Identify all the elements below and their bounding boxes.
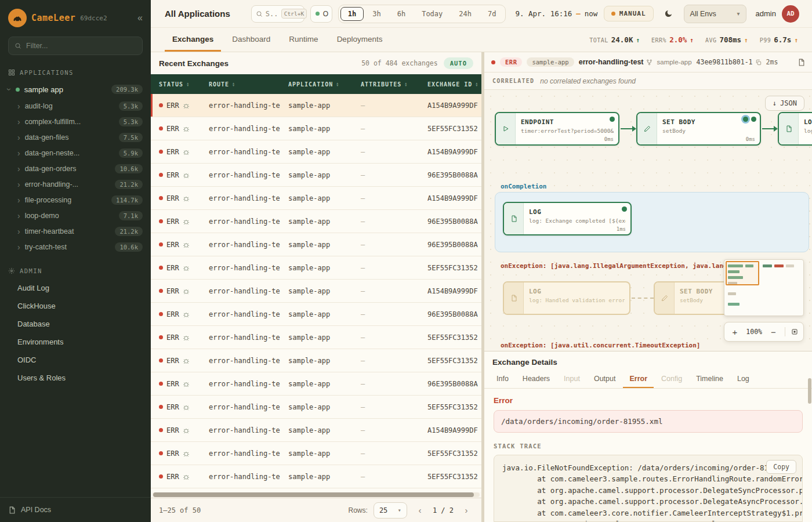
admin-item-clickhouse[interactable]: ClickHouse (0, 297, 151, 315)
column-header-exchange-id[interactable]: EXCHANGE ID▲▼ (419, 74, 481, 94)
admin-item-users-roles[interactable]: Users & Roles (0, 369, 151, 387)
detail-tab-error[interactable]: Error (623, 371, 654, 388)
column-header-route[interactable]: ROUTE▲▼ (201, 74, 280, 94)
flow-node-completion-log[interactable]: LOG log: Exchange completed [${exchan 1m… (503, 202, 632, 235)
sidebar-route-complex-fulfillm[interactable]: ›complex-fulfillm...5.3k (0, 114, 151, 129)
table-row[interactable]: ERRerror-handling-testsample-app—5EF55FC… (151, 465, 481, 488)
admin-item-audit-log[interactable]: Audit Log (0, 279, 151, 297)
attributes-cell: — (353, 403, 419, 411)
horizontal-scrollbar[interactable] (153, 492, 480, 497)
tab-deployments[interactable]: Deployments (329, 28, 390, 52)
table-row[interactable]: ERRerror-handling-testsample-app—96E395B… (151, 210, 481, 233)
flow-node-log[interactable]: LOG log: Sta (778, 112, 812, 146)
flow-arrow (762, 128, 774, 129)
details-body: Error /data/orders/incoming/order-81955.… (484, 389, 812, 522)
exchange-count-badge: 21.2k (115, 180, 143, 189)
detail-tab-config[interactable]: Config (655, 371, 688, 388)
sidebar-route-data-gen-orders[interactable]: ›data-gen-orders10.6k (0, 161, 151, 176)
sidebar-route-error-handling[interactable]: ›error-handling-...21.2k (0, 176, 151, 192)
download-icon: ↓ (773, 99, 777, 107)
download-json-button[interactable]: ↓ JSON (765, 96, 804, 111)
table-row[interactable]: ERRerror-handling-testsample-app—5EF55FC… (151, 396, 481, 419)
table-row[interactable]: ERRerror-handling-testsample-app—5EF55FC… (151, 326, 481, 349)
table-row[interactable]: ERRerror-handling-testsample-app—96E395B… (151, 164, 481, 187)
tab-dashboard[interactable]: Dashboard (224, 28, 278, 52)
table-row[interactable]: ERRerror-handling-testsample-app—96E395B… (151, 303, 481, 326)
sidebar-route-data-gen-neste[interactable]: ›data-gen-neste...5.9k (0, 145, 151, 161)
sidebar-app-sample-app[interactable]: › sample app 209.3k (0, 81, 151, 98)
exchange-id[interactable]: 43ee9811b801-1 (697, 58, 762, 66)
zoom-out-button[interactable]: − (768, 327, 778, 337)
time-range-7d[interactable]: 7d (480, 7, 503, 21)
exchange-id-cell: 96E395B0088A (419, 241, 481, 249)
table-row[interactable]: ERRerror-handling-testsample-app—A154B9A… (151, 419, 481, 442)
table-row[interactable]: ERRerror-handling-testsample-app—A154B9A… (151, 187, 481, 210)
tab-exchanges[interactable]: Exchanges (165, 28, 221, 52)
sidebar-route-timer-heartbeat[interactable]: ›timer-heartbeat21.2k (0, 223, 151, 239)
table-row[interactable]: ERRerror-handling-testsample-app—5EF55FC… (151, 442, 481, 465)
table-row[interactable]: ERRerror-handling-testsample-app—96E395B… (151, 233, 481, 256)
sidebar-route-file-processing[interactable]: ›file-processing114.7k (0, 192, 151, 208)
detail-tab-input[interactable]: Input (557, 371, 586, 388)
table-row[interactable]: ERRerror-handling-testsample-app—96E395B… (151, 372, 481, 396)
sidebar-route-loop-demo[interactable]: ›loop-demo7.1k (0, 208, 151, 223)
next-page-button[interactable]: › (459, 503, 473, 517)
flow-node-set-body[interactable]: SET BODY setBody 0ms (636, 112, 761, 146)
zoom-fit-button[interactable] (791, 328, 798, 335)
time-range-3h[interactable]: 3h (365, 7, 388, 21)
rows-per-page-select[interactable]: 25 ▾ (374, 502, 407, 519)
global-search[interactable]: Ctrl+K (251, 5, 304, 23)
table-row[interactable]: ERRerror-handling-testsample-app—A154B9A… (151, 94, 481, 117)
admin-item-oidc[interactable]: OIDC (0, 351, 151, 369)
detail-tab-info[interactable]: Info (490, 371, 515, 388)
detail-tab-timeline[interactable]: Timeline (690, 371, 730, 388)
copy-icon[interactable] (755, 59, 762, 66)
minimap-viewport[interactable] (726, 261, 759, 285)
flow-node-endpoint[interactable]: ENDPOINT timer:errorTest?period=5000&del… (495, 112, 619, 146)
manual-mode-button[interactable]: MANUAL (604, 6, 654, 21)
user-avatar[interactable]: AD (782, 5, 799, 23)
detail-tab-output[interactable]: Output (588, 371, 622, 388)
exchange-id-cell: 5EF55FC31352 (419, 449, 481, 458)
time-range-1h[interactable]: 1h (340, 7, 364, 21)
time-range-24h[interactable]: 24h (451, 7, 479, 21)
filter-input[interactable] (26, 42, 136, 50)
live-status-toggle[interactable]: O (310, 5, 332, 23)
column-header-attributes[interactable]: ATTRIBUTES▲▼ (353, 74, 419, 94)
table-row[interactable]: ERRerror-handling-testsample-app—5EF55FC… (151, 256, 481, 280)
scrollbar-thumb[interactable] (153, 492, 474, 497)
api-docs-link[interactable]: API Docs (0, 497, 151, 522)
minimap[interactable] (724, 259, 804, 316)
sidebar-filter[interactable] (8, 37, 143, 55)
admin-item-database[interactable]: Database (0, 315, 151, 333)
sidebar-route-audit-log[interactable]: ›audit-log5.3k (0, 98, 151, 114)
chevron-right-icon: › (17, 118, 20, 126)
route-flow-canvas[interactable]: ↓ JSON ENDPOINT timer:errorTest?period=5… (484, 90, 812, 351)
prev-page-button[interactable]: ‹ (413, 503, 427, 517)
detail-tab-log[interactable]: Log (731, 371, 756, 388)
dark-mode-toggle[interactable] (659, 5, 678, 23)
table-row[interactable]: ERRerror-handling-testsample-app—A154B9A… (151, 140, 481, 164)
copy-button[interactable]: Copy (766, 460, 796, 474)
flow-node-exception-log[interactable]: LOG log: Handled validation error: ${exc… (503, 281, 630, 315)
table-row[interactable]: ERRerror-handling-testsample-app—5EF55FC… (151, 349, 481, 372)
document-icon[interactable] (798, 59, 805, 66)
environment-selector[interactable]: All Envs ▾ (684, 5, 746, 23)
sidebar-collapse-button[interactable]: « (137, 13, 143, 23)
column-header-application[interactable]: APPLICATION▲▼ (280, 74, 353, 94)
date-range[interactable]: 9. Apr. 16:16 — now (515, 9, 597, 18)
sidebar-route-try-catch-test[interactable]: ›try-catch-test10.6k (0, 239, 151, 255)
table-row[interactable]: ERRerror-handling-testsample-app—5EF55FC… (151, 117, 481, 140)
search-input[interactable] (266, 10, 278, 18)
vertical-scrollbar[interactable] (808, 378, 811, 404)
admin-item-environments[interactable]: Environments (0, 333, 151, 351)
column-header-status[interactable]: STATUS▲▼ (151, 74, 201, 94)
time-range-6h[interactable]: 6h (390, 7, 413, 21)
tab-runtime[interactable]: Runtime (281, 28, 325, 52)
table-row[interactable]: ERRerror-handling-testsample-app—A154B9A… (151, 280, 481, 303)
auto-refresh-badge[interactable]: AUTO (444, 57, 473, 69)
sidebar-route-data-gen-files[interactable]: ›data-gen-files7.5k (0, 129, 151, 145)
time-range-today[interactable]: Today (414, 7, 450, 21)
detail-tab-headers[interactable]: Headers (516, 371, 556, 388)
zoom-in-button[interactable]: + (730, 327, 740, 337)
